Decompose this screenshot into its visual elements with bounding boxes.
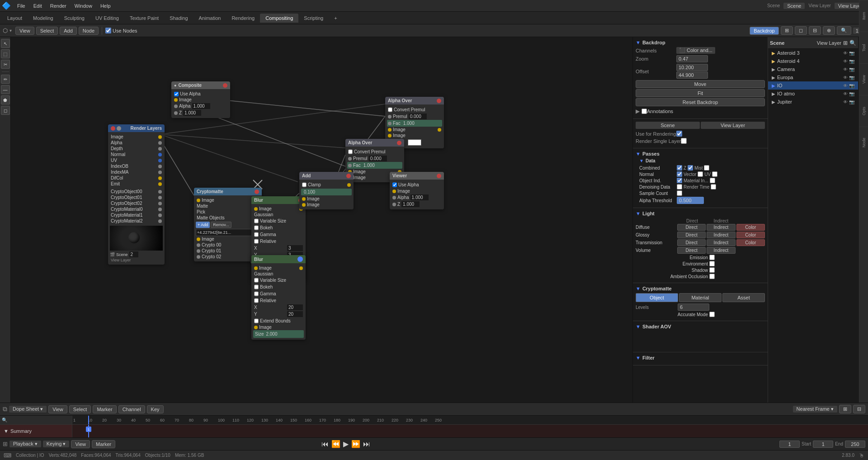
crypto-material-tab[interactable]: Material	[679, 293, 722, 302]
transmission-direct-btn[interactable]: Direct	[677, 239, 706, 246]
obj-ind-check[interactable]	[677, 178, 682, 183]
passes-header[interactable]: ▼ Passes	[636, 151, 765, 156]
tool-cut[interactable]: ✂	[1, 60, 10, 69]
transmission-color-btn[interactable]: Color	[736, 239, 765, 246]
tab-shading[interactable]: Shading	[164, 14, 193, 23]
tool-box-select[interactable]: ⬚	[1, 49, 10, 58]
annotations-arrow[interactable]: ▶	[636, 108, 640, 114]
scene-item-asteroid3[interactable]: ▶ Asteroid 3 👁 📷	[768, 49, 858, 57]
blur2-size-value[interactable]	[264, 331, 283, 337]
blur2-eb-check[interactable]	[254, 318, 259, 324]
volume-direct-btn[interactable]: Direct	[677, 247, 706, 254]
ao1-premul-value[interactable]	[409, 114, 427, 119]
scene-item-io[interactable]: ▶ IO 👁 📷	[768, 81, 858, 90]
scene-selector[interactable]: Scene	[783, 3, 805, 9]
menu-window[interactable]: Window	[71, 2, 96, 9]
outliner-item-icon[interactable]: Item	[859, 0, 868, 32]
blur2-bokeh-check[interactable]	[254, 284, 259, 290]
tool-annotate-poly[interactable]: ⬟	[1, 95, 10, 104]
mat-in-check[interactable]	[710, 178, 715, 183]
accurate-mode-check[interactable]	[709, 312, 715, 317]
tab-compositing[interactable]: Compositing	[260, 14, 298, 23]
keying-selector[interactable]: Keying ▾	[43, 441, 70, 447]
diffuse-indirect-btn[interactable]: Indirect	[707, 224, 735, 231]
denoising-check[interactable]	[677, 184, 682, 190]
diffuse-direct-btn[interactable]: Direct	[677, 224, 706, 231]
blur2-relative-check[interactable]	[254, 298, 259, 304]
shadow-check[interactable]	[709, 267, 715, 273]
cryptomatte-prop-header[interactable]: ▼ Cryptomatte	[636, 286, 765, 291]
composite-z-value[interactable]	[183, 110, 201, 116]
ao2-convert-check[interactable]	[348, 149, 353, 155]
scene-item-europa[interactable]: ▶ Europa 👁 📷	[768, 73, 858, 81]
alpha-over-2-close[interactable]	[397, 141, 401, 145]
scene-item-jupiter[interactable]: ▶ Jupiter 👁 📷	[768, 98, 858, 106]
next-frame-btn[interactable]: ⏩	[350, 439, 361, 449]
tab-animation[interactable]: Animation	[193, 14, 226, 23]
node-canvas[interactable]: ● Composite Use Alpha Image Alp	[11, 37, 632, 460]
alpha-over-1-close[interactable]	[437, 99, 441, 103]
menu-edit[interactable]: Edit	[30, 2, 46, 9]
z-check[interactable]	[688, 165, 693, 171]
blur2-y-value[interactable]	[287, 311, 303, 317]
tl-select-btn[interactable]: Select	[69, 405, 91, 413]
scene-selector-prop[interactable]: Scene	[636, 122, 700, 129]
rl-frame-value[interactable]	[129, 251, 138, 257]
tab-scripting[interactable]: Scripting	[298, 14, 329, 23]
tab-texture-paint[interactable]: Texture Paint	[124, 14, 164, 23]
tool-annotate[interactable]: ✏	[1, 75, 10, 84]
ao2-premul-value[interactable]	[369, 156, 387, 161]
outliner-view-icon[interactable]: View	[859, 63, 868, 95]
crypto-asset-tab[interactable]: Asset	[722, 293, 765, 302]
viewlayer-selector-prop[interactable]: View Layer	[701, 122, 765, 129]
scene-item-asteroid4[interactable]: ▶ Asteroid 4 👁 📷	[768, 57, 858, 65]
toolbar-add-btn[interactable]: Add	[60, 27, 77, 35]
toolbar-node-btn[interactable]: Node	[79, 27, 99, 35]
glossy-indirect-btn[interactable]: Indirect	[707, 232, 735, 238]
play-btn[interactable]: ▶	[342, 439, 349, 449]
backdrop-fit-btn[interactable]: Fit	[636, 89, 765, 97]
backdrop-offset-y[interactable]	[676, 71, 708, 79]
crypto-levels-input[interactable]	[678, 304, 709, 311]
add-1-close[interactable]	[346, 174, 351, 178]
toolbar-select-btn[interactable]: Select	[36, 27, 58, 35]
outliner-tool-icon[interactable]: Tool	[859, 32, 868, 63]
viewer-z-value[interactable]	[401, 201, 420, 207]
backdrop-offset-x[interactable]	[676, 64, 708, 71]
filter-header[interactable]: ▼ Filter	[636, 355, 765, 360]
blur2-varsize-check[interactable]	[254, 277, 259, 283]
toggle-btn2[interactable]: ⊟	[809, 26, 821, 35]
blur1-x-value[interactable]	[287, 245, 303, 251]
snap-btn[interactable]: ⊞	[781, 26, 793, 35]
menu-help[interactable]: Help	[97, 2, 114, 9]
search-icon-area[interactable]: 🔍	[0, 416, 72, 425]
tab-add[interactable]: +	[329, 14, 342, 23]
outliner-search-btn[interactable]: 🔍	[849, 40, 856, 46]
pb-marker-btn[interactable]: Marker	[92, 440, 115, 448]
scene-item-io-atmo[interactable]: ▶ IO atmo 👁 📷	[768, 90, 858, 98]
blur2-gamma-check[interactable]	[254, 291, 259, 297]
backdrop-zoom-input[interactable]	[676, 55, 708, 62]
jump-end-btn[interactable]: ⏭	[362, 439, 371, 449]
composite-use-alpha-check[interactable]	[174, 92, 179, 96]
blur2-x-value[interactable]	[287, 304, 303, 310]
cryptomatte-close[interactable]	[255, 190, 259, 194]
status-mouse-icon[interactable]: 🖱	[859, 452, 864, 459]
prev-frame-btn[interactable]: ⏪	[330, 439, 341, 449]
ao1-convert-check[interactable]	[388, 107, 392, 113]
tab-layout[interactable]: Layout	[2, 14, 28, 23]
ao1-fac-value[interactable]	[402, 120, 420, 126]
ao2-fac-value[interactable]	[362, 162, 380, 168]
zoom-in-btn[interactable]: 🔍	[837, 26, 851, 35]
use-nodes-checkbox[interactable]	[105, 28, 111, 33]
glossy-direct-btn[interactable]: Direct	[677, 232, 706, 238]
shader-aov-header[interactable]: ▼ Shader AOV	[636, 324, 765, 329]
tab-uv-editing[interactable]: UV Editing	[90, 14, 124, 23]
data-passes-header[interactable]: ▼ Data	[639, 158, 765, 163]
menu-file[interactable]: File	[14, 2, 29, 9]
render-layers-close[interactable]	[111, 126, 115, 131]
toggle-btn1[interactable]: ◻	[795, 26, 807, 35]
vector-check[interactable]	[698, 171, 703, 177]
viewer-use-alpha-check[interactable]	[392, 182, 397, 188]
composite-alpha-value[interactable]	[192, 103, 210, 109]
